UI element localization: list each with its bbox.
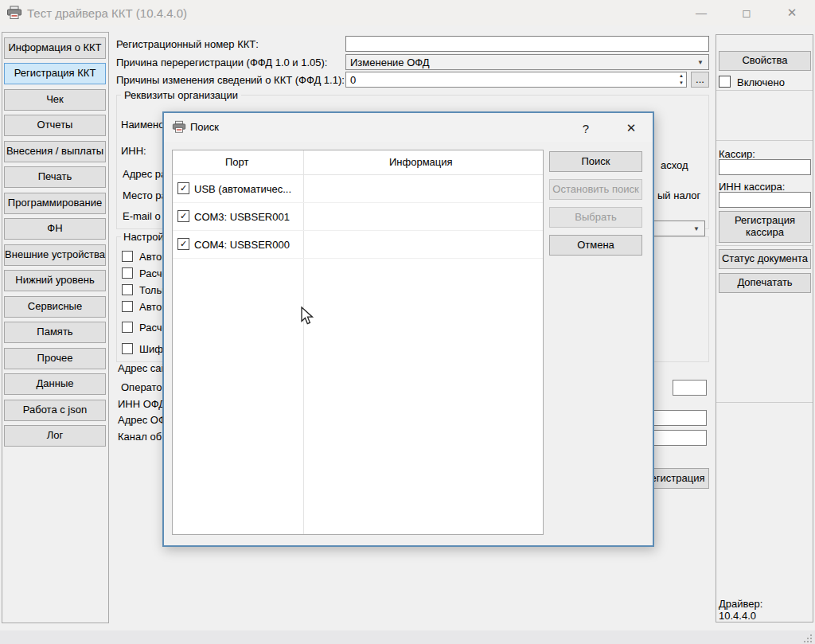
place-label: Место ра bbox=[123, 189, 167, 201]
cashier-label: Кассир: bbox=[719, 148, 755, 160]
right-panel bbox=[716, 34, 813, 623]
change-info-label: Причины изменения сведений о ККТ (ФФД 1.… bbox=[116, 74, 345, 86]
register-cashier-button[interactable]: Регистрация кассира bbox=[719, 211, 811, 243]
inn-label: ИНН: bbox=[121, 145, 146, 157]
sidebar-item-low-level[interactable]: Нижний уровень bbox=[4, 270, 106, 291]
tax-combo-arrow-icon: ▼ bbox=[693, 225, 700, 232]
minimize-icon: — bbox=[696, 6, 707, 19]
sidebar-item-reports[interactable]: Отчеты bbox=[4, 115, 106, 136]
port-row-usb[interactable]: ✓ USB (автоматичес... bbox=[173, 174, 543, 203]
close-icon: ✕ bbox=[787, 6, 797, 20]
address-label: Адрес ра bbox=[123, 168, 166, 180]
rereg-reason-combobox[interactable]: Изменение ОФД ▼ bbox=[345, 54, 709, 70]
right-panel-separator-2 bbox=[716, 140, 813, 141]
settings-checkbox-4[interactable] bbox=[122, 301, 133, 312]
port-row-com4[interactable]: ✓ COM4: USBSER000 bbox=[173, 230, 543, 259]
maximize-button[interactable]: ◻ bbox=[727, 0, 766, 25]
sidebar-item-json[interactable]: Работа с json bbox=[4, 400, 106, 421]
enabled-checkbox[interactable] bbox=[719, 76, 731, 88]
cashier-inn-label: ИНН кассира: bbox=[719, 181, 785, 193]
settings-checkbox-6[interactable] bbox=[122, 343, 133, 354]
port-usb-label: USB (автоматичес... bbox=[194, 183, 291, 195]
cashier-input[interactable] bbox=[719, 159, 811, 175]
sidebar-item-memory[interactable]: Память bbox=[4, 322, 106, 343]
spin-up-icon[interactable]: ▲ bbox=[679, 73, 684, 78]
search-button[interactable]: Поиск bbox=[549, 151, 642, 172]
dialog-close-icon: ✕ bbox=[626, 121, 637, 135]
enabled-checkbox-label: Включено bbox=[737, 76, 785, 88]
org-group-title: Реквизиты организации bbox=[121, 89, 241, 101]
reprint-button[interactable]: Допечатать bbox=[719, 273, 811, 293]
settings-checkbox-3[interactable] bbox=[122, 284, 133, 295]
settings-checkbox-2[interactable] bbox=[122, 267, 133, 279]
sidebar-item-info-kkt[interactable]: Информация о ККТ bbox=[4, 37, 106, 59]
sidebar-item-other[interactable]: Прочее bbox=[4, 348, 106, 369]
settings-checkbox-5[interactable] bbox=[122, 322, 133, 333]
email-label: E-mail о bbox=[123, 210, 161, 222]
sidebar-item-fn[interactable]: ФН bbox=[4, 218, 106, 240]
help-icon: ? bbox=[583, 122, 589, 135]
port-com3-checkbox[interactable]: ✓ bbox=[177, 210, 189, 222]
search-dialog-titlebar: Поиск ? ✕ bbox=[164, 113, 653, 142]
reg-number-input[interactable] bbox=[345, 36, 709, 52]
change-info-spinbox[interactable]: 0 ▲ ▼ bbox=[345, 72, 687, 88]
port-com4-checkbox[interactable]: ✓ bbox=[177, 238, 189, 250]
ofd-address-label: Адрес ОФ bbox=[118, 414, 166, 426]
spin-down-icon[interactable]: ▼ bbox=[679, 80, 684, 85]
maximize-icon: ◻ bbox=[742, 6, 751, 19]
properties-button[interactable]: Свойства bbox=[719, 51, 811, 71]
exchange-channel-label: Канал об bbox=[118, 431, 162, 443]
site-address-label: Адрес сай bbox=[118, 362, 167, 374]
select-button[interactable]: Выбрать bbox=[549, 207, 642, 228]
change-info-value: 0 bbox=[350, 74, 356, 86]
check-icon: ✓ bbox=[180, 240, 187, 248]
ofd-inn-label: ИНН ОФД bbox=[118, 398, 166, 410]
column-header-port[interactable]: Порт bbox=[225, 156, 248, 168]
close-button[interactable]: ✕ bbox=[772, 0, 812, 25]
check-icon: ✓ bbox=[180, 184, 187, 193]
dialog-close-button[interactable]: ✕ bbox=[618, 118, 645, 139]
driver-version: 10.4.4.0 bbox=[719, 610, 756, 622]
clipped-field-a[interactable] bbox=[673, 380, 707, 396]
sidebar-item-service[interactable]: Сервисные bbox=[4, 296, 106, 318]
clipped-field-c[interactable] bbox=[646, 430, 707, 446]
settings-checkbox-1[interactable] bbox=[122, 251, 133, 262]
title-bar: Тест драйвера ККТ (10.4.4.0) — ◻ ✕ bbox=[0, 0, 815, 25]
sidebar-item-log[interactable]: Лог bbox=[4, 425, 106, 447]
window-title: Тест драйвера ККТ (10.4.4.0) bbox=[27, 6, 187, 20]
registration-button-label: егистрация bbox=[651, 473, 705, 485]
check-icon: ✓ bbox=[180, 212, 187, 221]
port-usb-checkbox[interactable]: ✓ bbox=[177, 182, 189, 194]
operator-label: Операто bbox=[121, 381, 162, 393]
window-bottom-strip bbox=[0, 630, 815, 644]
combo-arrow-icon: ▼ bbox=[697, 59, 704, 66]
driver-label: Драйвер: bbox=[719, 598, 762, 610]
sidebar-item-programming[interactable]: Программирование bbox=[4, 193, 106, 214]
port-row-com3[interactable]: ✓ COM3: USBSER001 bbox=[173, 202, 543, 231]
expense-fragment-label: асход bbox=[661, 159, 688, 171]
right-panel-separator-1 bbox=[716, 90, 813, 91]
document-status-button[interactable]: Статус документа bbox=[719, 249, 811, 269]
sidebar-item-external-devices[interactable]: Внешние устройства bbox=[4, 244, 106, 266]
stop-search-button[interactable]: Остановить поиск bbox=[549, 179, 642, 200]
cashier-inn-input[interactable] bbox=[719, 192, 811, 208]
sidebar-item-print[interactable]: Печать bbox=[4, 166, 106, 188]
reg-number-label: Регистрационный номер ККТ: bbox=[116, 38, 259, 50]
change-info-more-button[interactable]: ... bbox=[691, 72, 709, 88]
cancel-button[interactable]: Отмена bbox=[549, 235, 642, 256]
sidebar-item-data[interactable]: Данные bbox=[4, 373, 106, 395]
sidebar-item-registration-kkt[interactable]: Регистрация ККТ bbox=[4, 63, 106, 84]
minimize-button[interactable]: — bbox=[681, 0, 721, 25]
registration-button-clipped[interactable]: егистрация bbox=[646, 468, 709, 489]
sidebar-item-deposits[interactable]: Внесения / выплаты bbox=[4, 141, 106, 162]
search-dialog: Поиск ? ✕ Порт Информация ✓ USB (автомат… bbox=[162, 111, 654, 547]
tax-fragment-label: ый налог bbox=[657, 189, 700, 201]
settings-group-label: Настрой bbox=[121, 231, 166, 243]
column-header-info[interactable]: Информация bbox=[389, 156, 453, 168]
clipped-field-b[interactable] bbox=[646, 410, 707, 426]
dialog-help-button[interactable]: ? bbox=[574, 118, 598, 139]
sidebar-item-check[interactable]: Чек bbox=[4, 89, 106, 111]
resize-grip[interactable] bbox=[804, 633, 813, 644]
right-panel-separator-3 bbox=[716, 245, 813, 246]
ports-table: Порт Информация ✓ USB (автоматичес... ✓ … bbox=[172, 150, 544, 535]
